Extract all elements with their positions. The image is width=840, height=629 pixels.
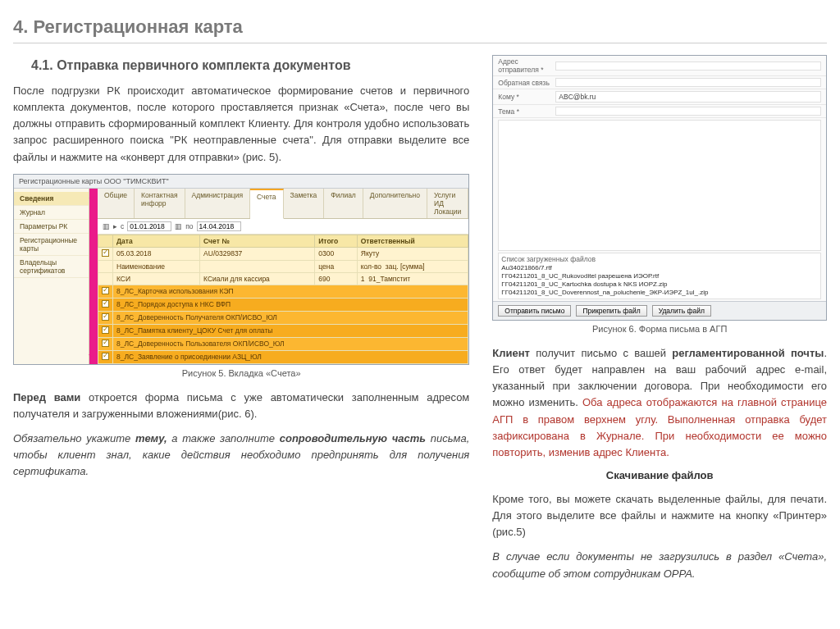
figure-5-tabs: Общие Контактная инфорр Администрация Сч… xyxy=(98,189,468,219)
paragraph-orra: В случае если документы не загрузились в… xyxy=(492,549,827,581)
figure-5-toolbar: ▥▸ с ▥ по xyxy=(98,219,468,235)
tab[interactable]: Общие xyxy=(98,189,135,218)
table-row[interactable]: 05.03.2018 AU/0329837 0300 Якуту xyxy=(98,247,468,260)
tab[interactable]: Услуги ИД Локации xyxy=(427,189,468,218)
table-row[interactable]: 8_ЛС_Доверенность Получателя ОКП/ИСВО_ЮЛ xyxy=(98,311,468,324)
cc-label: Обратная связь xyxy=(498,79,555,87)
send-button[interactable]: Отправить письмо xyxy=(498,305,571,317)
figure-5-sidebar: Сведения Журнал Параметры РК Регистрацио… xyxy=(14,189,89,364)
attachment-item[interactable]: ГГ04211201_8_UC_Rukovoditel разрешена ИЭ… xyxy=(501,272,818,280)
checkbox-icon[interactable] xyxy=(102,287,109,294)
table-row[interactable]: 8_ЛС_Заявление о присоединении АЗЦ_ЮЛ xyxy=(98,350,468,363)
page-title: 4. Регистрационная карта xyxy=(13,16,827,43)
attach-button[interactable]: Прикрепить файл xyxy=(576,305,646,317)
col-account: Счет № xyxy=(200,235,315,247)
figure-5-screenshot: Регистрационные карты ООО "ТИМCКВИТ" Све… xyxy=(13,174,469,365)
table-subheader: Наименование цена кол-во зац. [сумма] xyxy=(98,260,468,272)
tab[interactable]: Дополнительно xyxy=(363,189,427,218)
highlight-arrow-strip xyxy=(89,189,98,364)
subject-label: Тема * xyxy=(498,107,555,116)
col-total: Итого xyxy=(315,235,358,247)
paragraph-intro: После подгрузки РК происходит автоматиче… xyxy=(13,83,469,166)
attachments-panel: Список загруженных файлов Au34021866/7.r… xyxy=(498,253,821,299)
checkbox-icon[interactable] xyxy=(102,313,109,321)
left-column: 4.1. Отправка первичного комплекта докум… xyxy=(13,55,469,590)
col-resp: Ответственный xyxy=(357,235,468,247)
paragraph-instruction: Обязательно укажите тему, а также заполн… xyxy=(13,431,469,480)
from-value[interactable] xyxy=(555,62,821,71)
date-to-input[interactable] xyxy=(197,221,241,231)
sidebar-item[interactable]: Владельцы сертификатов xyxy=(14,256,89,278)
col-date: Дата xyxy=(113,235,200,247)
to-value[interactable]: ABC@bk.ru xyxy=(555,91,821,103)
checkbox-icon[interactable] xyxy=(102,353,109,360)
tab[interactable]: Филиал xyxy=(324,189,363,218)
figure-5-caption: Рисунок 5. Вкладка «Счета» xyxy=(13,368,469,378)
checkbox-icon[interactable] xyxy=(102,340,109,347)
checkbox-icon[interactable] xyxy=(102,300,109,308)
message-body-area[interactable] xyxy=(498,120,821,251)
paragraph-form-opens: Перед вами откроется форма письма с уже … xyxy=(13,390,469,422)
download-heading: Скачивание файлов xyxy=(492,469,827,481)
figure-5-titlebar: Регистрационные карты ООО "ТИМCКВИТ" xyxy=(14,175,468,189)
right-column: Адрес отправителя * Обратная связь Кому … xyxy=(492,55,827,590)
sidebar-item[interactable]: Регистрационные карты xyxy=(14,234,89,256)
checkbox-icon[interactable] xyxy=(102,249,109,257)
date-from-input[interactable] xyxy=(127,221,171,231)
attachment-item[interactable]: ГГ04211201_8_UC_Kartochka dostupa k NKS … xyxy=(501,280,818,289)
attachment-item[interactable]: Au34021866/7.rtf xyxy=(501,264,818,272)
attachments-label: Список загруженных файлов xyxy=(501,255,818,263)
subject-value[interactable] xyxy=(555,107,821,116)
cc-value[interactable] xyxy=(555,78,821,87)
figure-6-caption: Рисунок 6. Форма письма в АГП xyxy=(492,324,827,334)
figure-6-screenshot: Адрес отправителя * Обратная связь Кому … xyxy=(492,55,827,321)
date-to-label: по xyxy=(185,222,193,230)
tab[interactable]: Контактная инфорр xyxy=(135,189,185,218)
attachment-item[interactable]: ГГ04211201_8_UC_Doverennost_na_polucheni… xyxy=(501,289,818,297)
table-row[interactable]: 8_ЛС_Доверенность Пользователя ОКП/ИСВО_… xyxy=(98,337,468,350)
from-label: Адрес отправителя * xyxy=(498,57,555,74)
date-from-label: с xyxy=(121,222,124,230)
section-heading: 4.1. Отправка первичного комплекта докум… xyxy=(31,58,469,73)
sidebar-item[interactable]: Сведения xyxy=(14,192,89,206)
figure-5-table: Дата Счет № Итого Ответственный 05.03.20… xyxy=(98,235,468,364)
table-row[interactable]: 8_ЛС_Карточка использования КЭП xyxy=(98,285,468,298)
table-row[interactable]: 8_ЛС_Порядок доступа к НКС ВФП xyxy=(98,298,468,311)
sidebar-item[interactable]: Журнал xyxy=(14,206,89,220)
table-row[interactable]: КСИ КСиали для кассира 690 1 91_Тампстит xyxy=(98,272,468,285)
tab[interactable]: Заметка xyxy=(284,189,325,218)
sidebar-item[interactable]: Параметры РК xyxy=(14,220,89,234)
checkbox-icon[interactable] xyxy=(102,326,109,334)
tab[interactable]: Администрация xyxy=(185,189,250,218)
delete-file-button[interactable]: Удалить файл xyxy=(652,305,711,317)
table-row[interactable]: 8_ЛС_Памятка клиенту_ЦОКУ Счет для оплат… xyxy=(98,324,468,337)
tab-active[interactable]: Счета xyxy=(250,189,283,219)
paragraph-download: Кроме того, вы можете скачать выделенные… xyxy=(492,491,827,540)
to-label: Кому * xyxy=(498,93,555,101)
paragraph-client-mail: Клиент получит письмо с вашей регламенти… xyxy=(492,345,827,461)
